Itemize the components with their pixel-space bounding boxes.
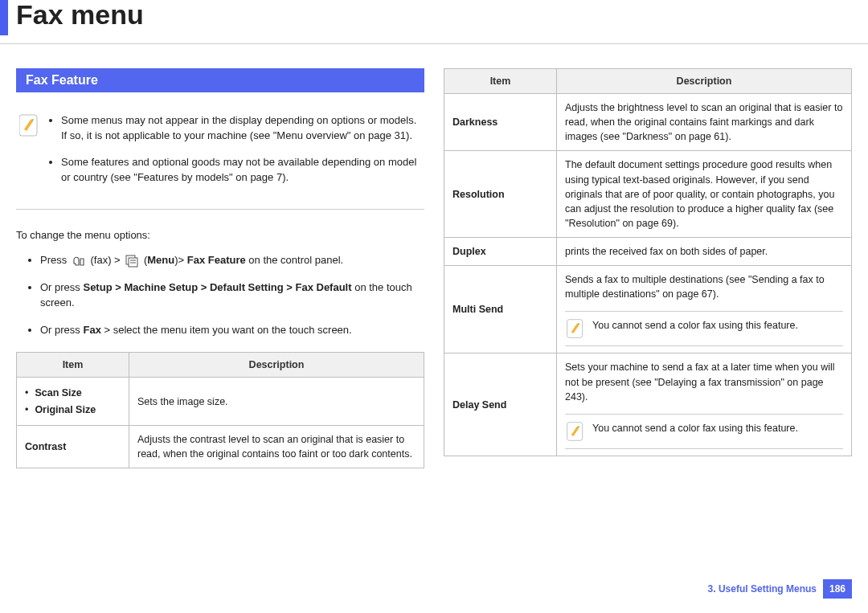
page-title: Fax menu bbox=[16, 0, 144, 30]
text: )> bbox=[174, 254, 187, 266]
inline-note: You cannot send a color fax using this f… bbox=[565, 311, 843, 346]
title-accent bbox=[0, 0, 8, 35]
fax-icon bbox=[72, 254, 86, 268]
feature-table-left: Item Description •Scan Size •Original Si… bbox=[16, 352, 424, 468]
steps-list: Press (fax) > (Menu)> Fax Feature on the… bbox=[16, 252, 424, 337]
info-note: Some menus may not appear in the display… bbox=[16, 113, 424, 210]
step-item: Or press Setup > Machine Setup > Default… bbox=[40, 280, 424, 311]
text: on the control panel. bbox=[246, 254, 343, 266]
desc-text: Sends a fax to multiple destinations (se… bbox=[565, 272, 843, 301]
item-cell: Multi Send bbox=[444, 266, 557, 353]
table-row: Resolution The default document settings… bbox=[444, 151, 852, 238]
text: Or press bbox=[40, 281, 83, 293]
item-label: Original Size bbox=[35, 403, 96, 417]
feature-table-right: Item Description Darkness Adjusts the br… bbox=[444, 68, 852, 456]
item-cell: Darkness bbox=[444, 94, 557, 151]
text: (fax) > bbox=[90, 254, 123, 266]
footer-page-number: 186 bbox=[823, 579, 852, 599]
note-pencil-icon bbox=[19, 113, 39, 137]
bold-text: Menu bbox=[147, 254, 174, 266]
item-cell: Delay Send bbox=[444, 353, 557, 456]
desc-cell: Sends a fax to multiple destinations (se… bbox=[557, 266, 852, 353]
right-column: Item Description Darkness Adjusts the br… bbox=[444, 68, 852, 468]
text: Or press bbox=[40, 324, 83, 336]
note-item: Some menus may not appear in the display… bbox=[61, 113, 421, 144]
th-desc: Description bbox=[557, 69, 852, 94]
footer-chapter: 3. Useful Setting Menus bbox=[708, 583, 817, 595]
desc-cell: Sets your machine to send a fax at a lat… bbox=[557, 353, 852, 456]
title-bar: Fax menu bbox=[0, 0, 868, 44]
page-footer: 3. Useful Setting Menus 186 bbox=[708, 579, 852, 599]
table-header-row: Item Description bbox=[17, 353, 424, 378]
bold-text: Fax bbox=[83, 324, 100, 336]
desc-cell: The default document settings procedure … bbox=[557, 151, 852, 238]
table-row: •Scan Size •Original Size Sets the image… bbox=[17, 378, 424, 425]
note-pencil-icon bbox=[567, 318, 584, 339]
item-cell: Resolution bbox=[444, 151, 557, 238]
text: Press bbox=[40, 254, 70, 266]
table-row: Multi Send Sends a fax to multiple desti… bbox=[444, 266, 852, 353]
bold-text: Fax Feature bbox=[187, 254, 246, 266]
item-label: Scan Size bbox=[35, 386, 81, 400]
table-row: Delay Send Sets your machine to send a f… bbox=[444, 353, 852, 456]
text: > select the menu item you want on the t… bbox=[101, 324, 352, 336]
bold-text: Setup > Machine Setup > Default Setting … bbox=[83, 281, 351, 293]
note-list: Some menus may not appear in the display… bbox=[47, 113, 421, 196]
intro-text: To change the menu options: bbox=[16, 229, 424, 241]
step-item: Or press Fax > select the menu item you … bbox=[40, 322, 424, 338]
note-item: Some features and optional goods may not… bbox=[61, 155, 421, 186]
section-header: Fax Feature bbox=[16, 68, 424, 92]
table-header-row: Item Description bbox=[444, 69, 852, 94]
table-row: Contrast Adjusts the contrast level to s… bbox=[17, 425, 424, 468]
th-desc: Description bbox=[129, 353, 424, 378]
menu-icon bbox=[125, 254, 139, 268]
th-item: Item bbox=[17, 353, 129, 378]
note-text: You cannot send a color fax using this f… bbox=[592, 421, 798, 435]
note-pencil-icon bbox=[567, 421, 584, 442]
item-cell: Duplex bbox=[444, 238, 557, 266]
content-area: Fax Feature Some menus may not appear in… bbox=[0, 44, 868, 468]
desc-cell: prints the received fax on both sides of… bbox=[557, 238, 852, 266]
note-text: You cannot send a color fax using this f… bbox=[592, 318, 798, 333]
item-cell: •Scan Size •Original Size bbox=[17, 378, 129, 425]
table-row: Darkness Adjusts the brightness level to… bbox=[444, 94, 852, 151]
desc-cell: Sets the image size. bbox=[129, 378, 424, 425]
item-cell: Contrast bbox=[17, 425, 129, 468]
step-item: Press (fax) > (Menu)> Fax Feature on the… bbox=[40, 252, 424, 268]
table-row: Duplex prints the received fax on both s… bbox=[444, 238, 852, 266]
desc-cell: Adjusts the brightness level to scan an … bbox=[557, 94, 852, 151]
left-column: Fax Feature Some menus may not appear in… bbox=[16, 68, 424, 468]
inline-note: You cannot send a color fax using this f… bbox=[565, 414, 843, 449]
desc-cell: Adjusts the contrast level to scan an or… bbox=[129, 425, 424, 468]
desc-text: Sets your machine to send a fax at a lat… bbox=[565, 360, 843, 403]
th-item: Item bbox=[444, 69, 557, 94]
